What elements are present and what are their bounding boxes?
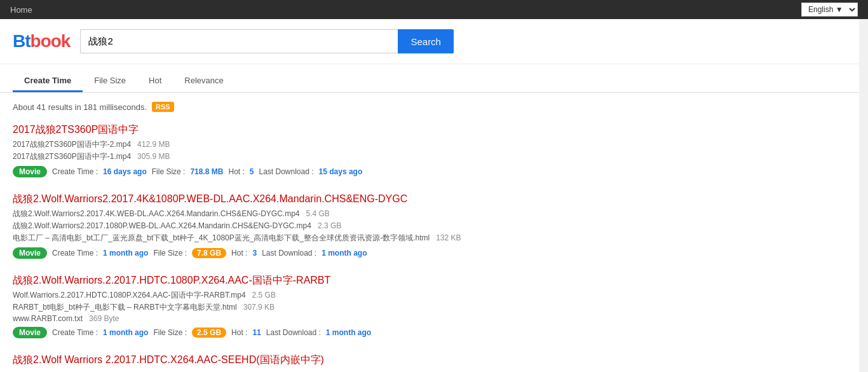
file-line: 战狼2.Wolf.Warriors2.2017.1080P.WEB-DL.AAC…: [13, 221, 855, 231]
tab-hot[interactable]: Hot: [137, 71, 173, 92]
result-item: 2017战狼2TS360P国语中字 2017战狼2TS360P国语中字-2.mp…: [13, 123, 855, 177]
results-count-text: About 41 results in 181 milliseconds.: [13, 102, 147, 112]
file-line: www.RARBT.com.txt 369 Byte: [13, 314, 855, 323]
results-area: About 41 results in 181 milliseconds. RS…: [0, 93, 868, 372]
file-line: 电影工厂 – 高清电影_bt工厂_蓝光原盘_bt下载_bt种子_4K_1080P…: [13, 233, 855, 244]
file-size-badge: 2.5 GB: [192, 327, 226, 338]
meta-line: Movie Create Time : 16 days ago File Siz…: [13, 166, 855, 177]
file-line: RARBT_bt电影_bt种子_电影下载 – RARBT中文字幕电影天堂.htm…: [13, 302, 855, 313]
logo[interactable]: Btbook: [13, 31, 70, 52]
file-line: 2017战狼2TS360P国语中字-1.mp4 305.9 MB: [13, 151, 855, 162]
badge-movie: Movie: [13, 166, 47, 177]
file-size-badge: 7.8 GB: [192, 248, 226, 258]
file-line: 2017战狼2TS360P国语中字-2.mp4 412.9 MB: [13, 139, 855, 150]
result-title[interactable]: 战狼2.Wolf.Warriors.2.2017.HDTC.1080P.X264…: [13, 274, 855, 287]
tab-relevance[interactable]: Relevance: [173, 71, 234, 92]
rss-badge[interactable]: RSS: [152, 102, 174, 112]
home-link[interactable]: Home: [10, 5, 32, 15]
scrollbar[interactable]: [859, 19, 868, 372]
search-form: Search: [80, 29, 454, 53]
header: Btbook Search: [0, 19, 868, 64]
tab-create-time[interactable]: Create Time: [13, 71, 83, 92]
tab-file-size[interactable]: File Size: [83, 71, 137, 92]
top-nav: Home English ▼ 中文: [0, 0, 868, 19]
meta-line: Movie Create Time : 1 month ago File Siz…: [13, 247, 855, 259]
sort-tabs: Create Time File Size Hot Relevance: [0, 64, 868, 93]
search-button[interactable]: Search: [398, 29, 454, 53]
result-title[interactable]: 2017战狼2TS360P国语中字: [13, 123, 855, 137]
search-input[interactable]: [80, 29, 398, 53]
results-info: About 41 results in 181 milliseconds. RS…: [13, 102, 855, 112]
badge-movie: Movie: [13, 327, 47, 338]
result-item: 战狼2.Wolf.Warriors.2.2017.HDTC.1080P.X264…: [13, 274, 855, 338]
file-line: Wolf.Warriors.2.2017.HDTC.1080P.X264.AAC…: [13, 290, 855, 301]
result-title[interactable]: 战狼2.Wolf Warriors 2.2017.HDTC.X264.AAC-S…: [13, 354, 855, 367]
result-item: 战狼2.Wolf.Warriors2.2017.4K&1080P.WEB-DL.…: [13, 193, 855, 259]
file-line: 战狼2.Wolf.Warriors2.2017.4K.WEB-DL.AAC.X2…: [13, 209, 855, 219]
result-item: 战狼2.Wolf Warriors 2.2017.HDTC.X264.AAC-S…: [13, 354, 855, 367]
language-selector[interactable]: English ▼ 中文: [801, 3, 858, 17]
meta-line: Movie Create Time : 1 month ago File Siz…: [13, 327, 855, 338]
badge-movie: Movie: [13, 247, 47, 259]
result-title[interactable]: 战狼2.Wolf.Warriors2.2017.4K&1080P.WEB-DL.…: [13, 193, 855, 206]
